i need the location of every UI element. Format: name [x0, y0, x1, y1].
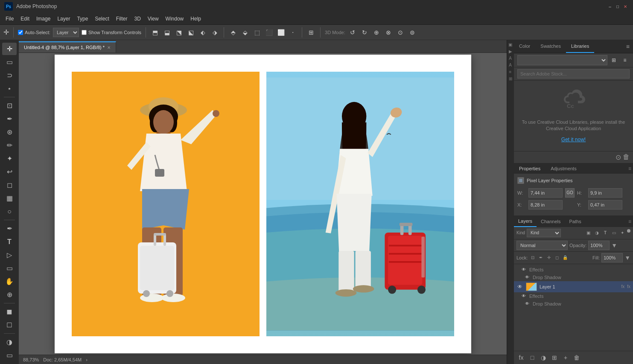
filter-type-icon[interactable]: T — [601, 229, 609, 237]
menu-window[interactable]: Window — [162, 14, 187, 23]
tab-paths[interactable]: Paths — [565, 216, 586, 227]
doc-size-arrow[interactable]: › — [86, 357, 88, 362]
tab-channels[interactable]: Channels — [537, 216, 565, 227]
align-top-btn[interactable]: ⬒ — [150, 28, 160, 37]
new-adjustment-btn[interactable]: ◑ — [539, 353, 548, 362]
library-search-input[interactable] — [517, 69, 630, 79]
prop-h-input[interactable] — [588, 188, 622, 198]
path-select-tool[interactable]: ▷ — [2, 249, 17, 261]
library-select[interactable] — [517, 55, 607, 65]
background-color[interactable]: □ — [2, 319, 17, 331]
screen-mode-btn[interactable]: ▭ — [2, 349, 17, 361]
menu-view[interactable]: View — [144, 14, 162, 23]
panel-icon-5[interactable]: ≡ — [508, 69, 513, 74]
distribute-top-btn[interactable]: ⬘ — [228, 28, 238, 37]
align-left-btn[interactable]: ⬕ — [186, 28, 195, 37]
layer-1-fx[interactable]: fx — [621, 284, 624, 289]
lock-position-icon[interactable]: ✛ — [545, 254, 552, 261]
shape-tool[interactable]: ▭ — [2, 262, 17, 274]
autoselect-checkbox[interactable] — [18, 30, 23, 35]
lock-image-icon[interactable]: ✒ — [537, 254, 544, 261]
3d-btn-5[interactable]: ⊙ — [396, 28, 405, 37]
lasso-tool[interactable]: ⊃ — [2, 69, 17, 82]
panel-icon-3[interactable]: A — [508, 55, 513, 61]
tab-close-btn[interactable]: ✕ — [107, 45, 111, 50]
drop-shadow-visibility-top[interactable]: 👁 — [524, 274, 530, 280]
add-mask-btn[interactable]: □ — [528, 353, 537, 362]
distribute-hcenter-btn[interactable]: ⬜ — [276, 28, 286, 37]
3d-btn-4[interactable]: ⊗ — [384, 28, 393, 37]
hand-tool[interactable]: ✋ — [2, 275, 17, 288]
minimize-button[interactable]: – — [607, 3, 613, 10]
dodge-tool[interactable]: ○ — [2, 205, 17, 218]
distribute-right-btn[interactable]: ⬝ — [288, 28, 298, 37]
filter-shape-icon[interactable]: ▭ — [610, 229, 618, 237]
add-style-btn[interactable]: fx — [516, 353, 526, 362]
menu-type[interactable]: Type — [73, 14, 91, 23]
filter-adjust-icon[interactable]: ◑ — [593, 229, 601, 237]
layer-1-fx-btn[interactable]: fx — [627, 284, 630, 289]
text-tool[interactable]: T — [2, 236, 17, 248]
menu-file[interactable]: File — [2, 14, 17, 23]
menu-layer[interactable]: Layer — [54, 14, 73, 23]
stamp-tool[interactable]: ✦ — [2, 152, 17, 165]
align-vcenter-btn[interactable]: ⬓ — [162, 28, 172, 37]
3d-btn-3[interactable]: ⊕ — [372, 28, 381, 37]
select-rect-tool[interactable]: ▭ — [2, 56, 17, 68]
lib-list-view[interactable]: ≡ — [620, 55, 630, 65]
panel-icon-6[interactable]: ⊞ — [508, 76, 513, 81]
layers-menu-btn[interactable]: ≡ — [627, 217, 633, 226]
align-right-btn[interactable]: ⬗ — [210, 28, 219, 37]
distribute-bottom-btn[interactable]: ⬚ — [252, 28, 262, 37]
cc-link-icon[interactable]: ⊙ — [615, 153, 621, 161]
filter-smart-icon[interactable]: ✦ — [618, 229, 626, 237]
panel-menu-btn[interactable]: ≡ — [623, 41, 633, 52]
auto-align-btn[interactable]: ⊞ — [306, 28, 316, 37]
lib-grid-view[interactable]: ⊞ — [609, 55, 618, 65]
magic-wand-tool[interactable]: ⋆ — [2, 82, 17, 95]
close-button[interactable]: ✕ — [622, 3, 629, 10]
3d-btn-2[interactable]: ↻ — [360, 28, 369, 37]
menu-3d[interactable]: 3D — [131, 14, 144, 23]
3d-btn-1[interactable]: ↺ — [348, 28, 357, 37]
filter-toggle-dot[interactable] — [627, 229, 630, 233]
eraser-tool[interactable]: ◻ — [2, 179, 17, 191]
new-group-btn[interactable]: ⊞ — [550, 353, 559, 362]
history-brush-tool[interactable]: ↩ — [2, 166, 17, 178]
panel-icon-2[interactable]: ▶ — [508, 49, 513, 54]
crop-tool[interactable]: ⊡ — [2, 99, 17, 112]
panel-icon-1[interactable]: ▣ — [508, 42, 513, 47]
opacity-input[interactable] — [588, 241, 610, 250]
align-bottom-btn[interactable]: ⬔ — [174, 28, 184, 37]
pen-tool[interactable]: ✒ — [2, 222, 17, 235]
zoom-tool[interactable]: ⊕ — [2, 288, 17, 301]
tab-adjustments[interactable]: Adjustments — [545, 163, 582, 174]
prop-y-input[interactable] — [588, 200, 622, 210]
menu-help[interactable]: Help — [187, 14, 204, 23]
props-menu-btn[interactable]: ≡ — [627, 164, 633, 173]
prop-x-input[interactable] — [528, 200, 563, 210]
fill-arrow[interactable]: ▼ — [624, 254, 630, 261]
layer1-effects-visibility[interactable]: 👁 — [521, 293, 527, 299]
menu-select[interactable]: Select — [91, 14, 112, 23]
tab-libraries[interactable]: Libraries — [566, 40, 594, 53]
opacity-arrow[interactable]: ▼ — [611, 242, 617, 249]
tab-color[interactable]: Color — [514, 40, 535, 53]
prop-w-input[interactable] — [528, 188, 563, 198]
new-layer-btn[interactable]: + — [561, 353, 570, 362]
menu-image[interactable]: Image — [33, 14, 54, 23]
filter-pixel-icon[interactable]: ▣ — [584, 229, 592, 237]
layer1-drop-shadow-visibility[interactable]: 👁 — [524, 301, 530, 307]
foreground-color[interactable]: ■ — [2, 306, 17, 318]
layer-select[interactable]: Layer Group — [53, 28, 79, 37]
blend-mode-select[interactable]: Normal Multiply Screen Overlay — [516, 241, 568, 250]
tab-swatches[interactable]: Swatches — [535, 40, 566, 53]
maximize-button[interactable]: □ — [614, 3, 621, 10]
layer-1-item[interactable]: 👁 Layer 1 fx fx — [514, 281, 633, 292]
delete-layer-btn[interactable]: 🗑 — [572, 353, 581, 362]
distribute-vcenter-btn[interactable]: ⬙ — [240, 28, 250, 37]
lock-all-icon[interactable]: 🔒 — [562, 254, 569, 261]
get-it-now-link[interactable]: Get it now! — [561, 137, 586, 143]
tab-layers[interactable]: Layers — [514, 216, 537, 227]
panel-icon-4[interactable]: A — [508, 62, 513, 67]
